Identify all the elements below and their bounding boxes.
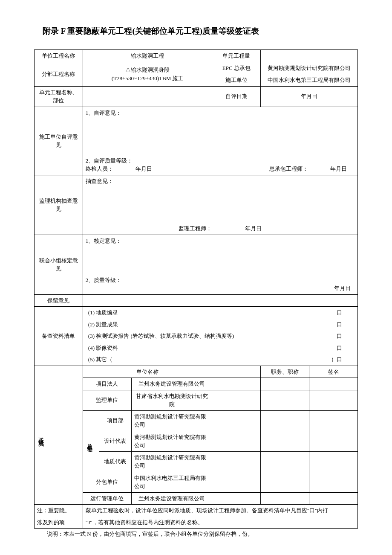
cell-po-3[interactable] [309, 378, 358, 390]
subdivision-line1: △输水隧洞洞身段 [86, 66, 210, 74]
cell-gr-1[interactable] [212, 451, 261, 472]
date-3: 年月日 [245, 225, 262, 232]
header-position: 职务、职称 [261, 366, 309, 378]
cell-op-1[interactable] [212, 492, 261, 505]
row-reserved: 保留意见 [35, 294, 358, 307]
cell-pd-1[interactable] [212, 410, 261, 431]
row-notes-2: 涉及到的项 "J"，若有其他资料应在括号内注明资料的名称。 [35, 517, 358, 529]
label-design-rep: 设计代表 [99, 431, 131, 451]
cell-so-1[interactable] [212, 390, 261, 410]
row-project-dept: 总承包单位 项目部 黄河勘测规划设计研究院有限公司 [35, 410, 358, 431]
row-supervision-opinion: 监理机构抽查意见 抽查意见： 监理工程师： 年月日 [35, 175, 358, 235]
form-table: 单位工程名称 输水隧洞工程 单元工程量 分部工程名称 △输水隧洞洞身段 (T28… [34, 49, 358, 529]
label-unit-project-qty: 单元工程量 [212, 50, 261, 62]
cell-dr-3[interactable] [309, 431, 358, 451]
checklist-3: (3) 检测试验报告 (岩芯试验、软基承载力试验、结构强度等)口 [83, 330, 357, 342]
label-project-dept: 项目部 [99, 410, 131, 431]
verify-2: 2、质量等级： [86, 276, 355, 285]
value-self-eval-date[interactable]: 年月日 [261, 86, 358, 107]
cell-sc-3[interactable] [309, 472, 358, 492]
value-unit-project-qty[interactable] [261, 50, 358, 62]
cell-op-3[interactable] [309, 492, 358, 505]
value-geo-rep: 黄河勘测规划设计研究院有限公司 [131, 451, 212, 472]
row-operation: 运行管理单位 兰州水务建设管理有限公司 [35, 492, 358, 505]
row-contractor-opinion: 施工单位自评意见 1、自评意见： 2、自评质量等级： 终检人员： 年月日 总承包… [35, 107, 358, 175]
checklist-2: (2) 测量成果口 [83, 319, 357, 331]
row-members-header: 联合小组成员 单位名称 职务、职称 签名 [35, 366, 358, 378]
label-operation: 运行管理单位 [83, 492, 131, 505]
notes-label-2: 涉及到的项 [35, 517, 83, 529]
label-self-eval-date: 自评日期 [212, 86, 261, 107]
row-notes-1: 注：重要隐。 蔽单元工程验收时，设计单位应同时派地质、现场设计工程师参加。备查资… [35, 505, 358, 517]
checklist-4: (4) 影像资料口 [83, 342, 357, 354]
label-joint-members: 联合小组成员 [35, 366, 83, 505]
label-checklist: 备查资料清单 [35, 307, 83, 366]
header-empty [212, 366, 261, 378]
cell-so-3[interactable] [309, 390, 358, 410]
label-supervision-spot: 监理机构抽查意见 [35, 175, 83, 235]
label-epc: EPC 总承包 [212, 62, 261, 74]
joint-verify-area[interactable]: 1、核定意见： 2、质量等级： 年月日 [83, 235, 357, 294]
contractor-opinion-area[interactable]: 1、自评意见： 2、自评质量等级： 终检人员： 年月日 总承包工程师： 年月日 [83, 107, 357, 175]
value-project-owner: 兰州水务建设管理有限公司 [131, 378, 212, 390]
header-signature: 签名 [309, 366, 358, 378]
label-contractor-opinion: 施工单位自评意见 [35, 107, 83, 175]
cell-gr-3[interactable] [309, 451, 358, 472]
value-subdivision-name: △输水隧洞洞身段 (T28+530~T29+430)TBM 施工 [83, 62, 212, 86]
cell-pd-3[interactable] [309, 410, 358, 431]
row-checklist: 备查资料清单 (1) 地质编录口 [35, 307, 358, 319]
subdivision-line2: (T28+530~T29+430)TBM 施工 [86, 74, 210, 83]
label-construction-unit: 施工单位 [212, 74, 261, 87]
label-unit-project-name: 单位工程名称 [35, 50, 83, 62]
notes-text-1: 蔽单元工程验收时，设计单位应同时派地质、现场设计工程师参加。备查资料清单中凡目应… [83, 505, 357, 517]
cell-po-1[interactable] [212, 378, 261, 390]
marker-3: 口 [337, 332, 355, 340]
verify-1: 1、核定意见： [86, 237, 355, 245]
label-unit-name-part: 单元工程名称、部位 [35, 86, 83, 107]
date-2: 年月日 [330, 166, 347, 172]
marker-2: 口 [337, 320, 355, 329]
cell-dr-1[interactable] [212, 431, 261, 451]
label-subcontractor: 分包单位 [83, 472, 131, 492]
cell-sc-2[interactable] [261, 472, 309, 492]
value-epc: 黄河勘测规划设计研究院有限公司 [261, 62, 358, 74]
supervision-engineer-label: 监理工程师： [179, 225, 212, 232]
marker-1: 口 [337, 308, 355, 317]
value-supervision-org: 甘肃省水利水电勘测设计研究院 [131, 390, 212, 410]
cell-sc-1[interactable] [212, 472, 261, 492]
row-unit-name-part: 单元工程名称、部位 自评日期 年月日 [35, 86, 358, 107]
marker-5: ）口 [331, 355, 355, 364]
row-project-owner: 项目法人 兰州水务建设管理有限公司 [35, 378, 358, 390]
cell-po-2[interactable] [261, 378, 309, 390]
label-geo-rep: 地质代表 [99, 451, 131, 472]
value-unit-project-name: 输水隧洞工程 [83, 50, 212, 62]
self-opinion-2: 2、自评质量等级： [86, 157, 355, 165]
value-design-rep: 黄河勘测规划设计研究院有限公司 [131, 431, 212, 451]
page-title: 附录 F 重要隐蔽单元工程(关键部位单元工程)质量等级签证表 [34, 26, 358, 37]
row-unit-project: 单位工程名称 输水隧洞工程 单元工程量 [35, 50, 358, 62]
explanation-text: 说明：本表一式 N 份，由分包商填写，审签后，联合小组各单位分别保留存档，份。 [34, 530, 358, 538]
row-supervision-org: 监理单位 甘肃省水利水电勘测设计研究院 [35, 390, 358, 410]
row-joint-verify: 联合小组核定意见 1、核定意见： 2、质量等级： 年月日 [35, 235, 358, 294]
cell-so-2[interactable] [261, 390, 309, 410]
self-opinion-1: 1、自评意见： [86, 109, 355, 117]
cell-dr-2[interactable] [261, 431, 309, 451]
value-construction-unit: 中国水利水电第三工程局有限公司 [261, 74, 358, 87]
value-project-dept: 黄河勘测规划设计研究院有限公司 [131, 410, 212, 431]
value-operation: 兰州水务建设管理有限公司 [131, 492, 212, 505]
value-reserved[interactable] [83, 294, 357, 307]
header-org-name: 单位名称 [83, 366, 212, 378]
cell-gr-2[interactable] [261, 451, 309, 472]
date-1: 年月日 [135, 166, 152, 172]
row-subcontractor: 分包单位 中国水利水电第三工程局有限公司 [35, 472, 358, 492]
cell-pd-2[interactable] [261, 410, 309, 431]
label-subdivision-name: 分部工程名称 [35, 62, 83, 86]
value-unit-name-part[interactable] [83, 86, 212, 107]
cell-op-2[interactable] [261, 492, 309, 505]
value-subcontractor: 中国水利水电第三工程局有限公司 [131, 472, 212, 492]
marker-4: 口 [337, 344, 355, 352]
supervision-opinion-area[interactable]: 抽查意见： 监理工程师： 年月日 [83, 175, 357, 235]
notes-label-1: 注：重要隐。 [35, 505, 83, 517]
label-reserved: 保留意见 [35, 294, 83, 307]
label-general-contractor: 总承包单位 [83, 410, 99, 472]
